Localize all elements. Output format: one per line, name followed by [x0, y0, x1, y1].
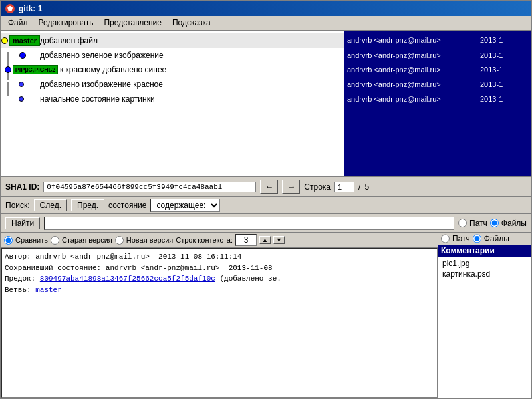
date-column: 2013-1 2013-1 2013-1 2013-1 2013-1: [477, 31, 531, 176]
date-value: 2013-1: [480, 51, 503, 59]
bottom-pane: Сравнить Старая версия Новая версия Стро…: [1, 233, 531, 398]
author-value: andrvrb <andr-pnz@mail.ru>: [347, 66, 441, 74]
search-dropdown[interactable]: содержащее:: [150, 199, 220, 212]
old-version-label: Старая версия: [62, 236, 112, 244]
graph-col: [4, 82, 37, 87]
author-column: andrvrb <andr-pnz@mail.ru> andrvrb <andr…: [344, 31, 477, 176]
list-item[interactable]: картинка.psd: [441, 269, 528, 279]
list-item[interactable]: pic1.jpg: [441, 258, 528, 269]
date-row: 2013-1: [477, 48, 531, 63]
files-tab-radio[interactable]: [473, 234, 481, 243]
new-version-radio[interactable]: [115, 236, 124, 245]
table-row[interactable]: master добавлен файл: [1, 33, 344, 48]
commit-dot: [19, 96, 24, 102]
commit-message: добавлено изображение красное: [37, 80, 341, 89]
commit-message: начальное состояние картинки: [37, 94, 341, 104]
author-row: andrvrb <andr-pnz@mail.ru>: [344, 92, 477, 106]
menu-view[interactable]: Представление: [100, 17, 166, 29]
compare-radio[interactable]: [4, 236, 13, 245]
date-value: 2013-1: [480, 36, 503, 44]
right-panel: Патч Файлы Комментарии pic1.jpg картинка…: [438, 233, 531, 398]
files-tab-label: Файлы: [484, 234, 509, 243]
find-button[interactable]: Найти: [5, 217, 40, 229]
table-row[interactable]: начальное состояние картинки: [1, 92, 344, 106]
date-row: 2013-1: [477, 77, 531, 92]
graph-col: [4, 52, 37, 59]
patch-tab-radio[interactable]: [441, 234, 450, 243]
ancestor-link[interactable]: 809497aba41898a13467f25662cca5f2f5daf10c: [40, 275, 215, 283]
new-version-label: Новая версия: [126, 236, 173, 244]
commit-message: добавлен файл: [37, 36, 341, 45]
diff-line: Автор: andrvrb <andr-pnz@mail.ru> 2013-1…: [5, 251, 434, 263]
diff-line: -: [5, 295, 434, 307]
table-row[interactable]: добавлено изображение красное: [1, 77, 344, 92]
date-value: 2013-1: [480, 66, 503, 74]
graph-col: master: [4, 35, 37, 46]
line-label: Строка: [304, 182, 331, 192]
date-value: 2013-1: [480, 80, 503, 88]
line-total: 5: [364, 182, 369, 192]
commit-list: master добавлен файл добавлено зеленое и…: [1, 33, 344, 106]
title-bar: ⬟ gitk: 1: [1, 1, 531, 16]
sha-back-button[interactable]: ←: [260, 180, 278, 194]
files-label: Файлы: [501, 219, 527, 228]
sha-forward-button[interactable]: →: [282, 180, 300, 194]
search-bar: Поиск: След. Пред. состояние содержащее:: [1, 197, 531, 214]
branch-alt-label[interactable]: РIРµС,РIСНь2: [13, 65, 59, 74]
graph-col: [4, 96, 37, 102]
diff-line: Предок: 809497aba41898a13467f25662cca5f2…: [5, 273, 434, 285]
context-up-button[interactable]: ▲: [259, 236, 271, 244]
context-label: Строк контекста:: [176, 236, 233, 244]
app-icon: ⬟: [5, 4, 15, 13]
files-radio[interactable]: [490, 219, 499, 227]
top-pane: master добавлен файл добавлено зеленое и…: [1, 31, 531, 177]
next-button[interactable]: След.: [34, 200, 67, 211]
find-input[interactable]: [44, 217, 454, 230]
sha-bar: SHA1 ID: ← → Строка / 5: [1, 177, 531, 197]
table-row[interactable]: РIРµС,РIСНь2 к красному добавлено синее: [1, 63, 344, 77]
branch-master-label[interactable]: master: [9, 35, 40, 46]
author-row: andrvrb <andr-pnz@mail.ru>: [344, 63, 477, 77]
patch-radio[interactable]: [458, 219, 467, 227]
branch-link[interactable]: master: [35, 286, 62, 294]
table-row[interactable]: добавлено зеленое изображение: [1, 48, 344, 63]
author-value: andrvrb <andr-pnz@mail.ru>: [347, 80, 441, 88]
line-number-input[interactable]: [334, 182, 354, 192]
window-title: gitk: 1: [19, 4, 42, 13]
author-value: andrvrb <andr-pnz@mail.ru>: [347, 51, 441, 59]
view-mode-radios: Патч Файлы: [458, 219, 527, 228]
graph-col: РIРµС,РIСНь2: [4, 65, 57, 74]
author-row: andrvrb <andr-pnz@mail.ru>: [344, 32, 477, 48]
menu-help[interactable]: Подсказка: [168, 17, 215, 29]
context-down-button[interactable]: ▼: [273, 236, 285, 244]
diff-area[interactable]: Автор: andrvrb <andr-pnz@mail.ru> 2013-1…: [1, 248, 438, 398]
state-label: состояние: [108, 201, 146, 210]
view-tabs: Патч Файлы: [438, 233, 531, 245]
find-bar: Найти Патч Файлы: [1, 214, 531, 233]
date-value: 2013-1: [480, 95, 503, 103]
old-version-radio[interactable]: [51, 236, 59, 245]
date-row: 2013-1: [477, 92, 531, 106]
sha-label: SHA1 ID:: [5, 182, 39, 192]
line-separator: /: [358, 182, 360, 192]
author-value: andrvrb <andr-pnz@mail.ru>: [347, 36, 441, 44]
patch-tab-label: Патч: [452, 234, 470, 243]
menu-edit[interactable]: Редактировать: [35, 17, 98, 29]
commit-dot: [19, 52, 26, 59]
patch-label: Патч: [469, 219, 487, 228]
commit-dot: [19, 82, 24, 87]
sha-input[interactable]: [43, 182, 256, 192]
commit-dot: [1, 37, 8, 44]
menu-bar: Файл Редактировать Представление Подсказ…: [1, 16, 531, 31]
comments-label: Комментарии: [438, 245, 531, 257]
menu-file[interactable]: Файл: [4, 17, 32, 29]
commit-message: к красному добавлено синее: [57, 65, 341, 74]
main-window: ⬟ gitk: 1 Файл Редактировать Представлен…: [0, 0, 532, 399]
date-row: 2013-1: [477, 32, 531, 48]
author-row: andrvrb <andr-pnz@mail.ru>: [344, 48, 477, 63]
context-input[interactable]: [235, 234, 257, 246]
prev-button[interactable]: Пред.: [71, 200, 104, 211]
author-row: andrvrb <andr-pnz@mail.ru>: [344, 77, 477, 92]
date-row: 2013-1: [477, 63, 531, 77]
commit-message: добавлено зеленое изображение: [37, 51, 341, 60]
